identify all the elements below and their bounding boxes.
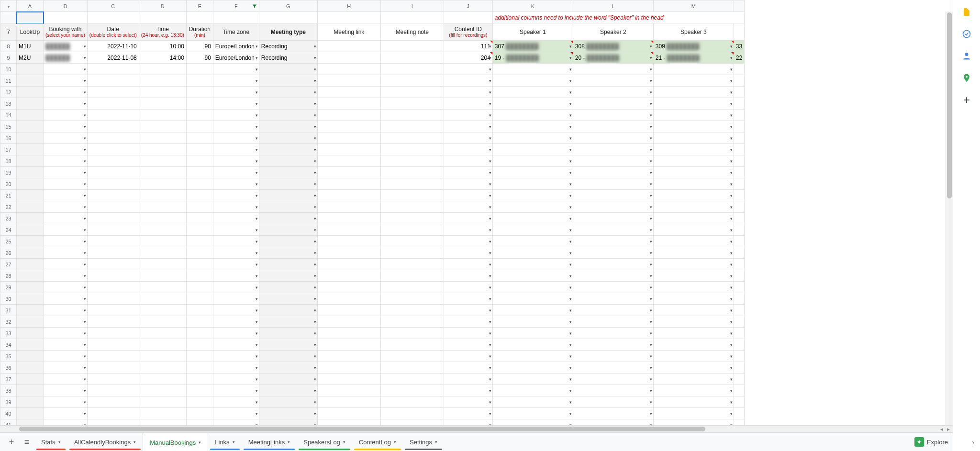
column-header[interactable]: F (213, 0, 259, 12)
dropdown-icon[interactable]: ▾ (730, 182, 733, 187)
note-indicator-icon[interactable] (570, 41, 573, 43)
row-header[interactable]: 27 (0, 259, 17, 270)
meeting-note-cell[interactable] (380, 41, 444, 52)
dropdown-icon[interactable]: ▾ (569, 308, 572, 313)
sheet-tab-menu-icon[interactable]: ▾ (199, 440, 201, 445)
dropdown-icon[interactable]: ▾ (84, 331, 86, 336)
dropdown-icon[interactable]: ▾ (84, 205, 86, 209)
dropdown-icon[interactable]: ▾ (569, 331, 572, 336)
row-header[interactable]: 18 (0, 155, 17, 167)
dropdown-icon[interactable]: ▾ (84, 182, 86, 187)
dropdown-icon[interactable]: ▾ (650, 101, 652, 106)
sheet-tab[interactable]: ContentLog▾ (352, 433, 403, 451)
dropdown-icon[interactable]: ▾ (84, 101, 86, 106)
dropdown-icon[interactable]: ▾ (256, 159, 258, 164)
dropdown-icon[interactable]: ▾ (569, 411, 572, 416)
dropdown-icon[interactable]: ▾ (314, 400, 316, 405)
dropdown-icon[interactable]: ▾ (489, 388, 491, 393)
row-header[interactable]: 14 (0, 110, 17, 121)
row-header[interactable]: 33 (0, 328, 17, 339)
column-title[interactable]: Date(double click to select) (87, 23, 139, 41)
dropdown-icon[interactable]: ▾ (569, 262, 572, 267)
column-header[interactable]: E (186, 0, 213, 12)
row-header[interactable]: 13 (0, 98, 17, 110)
dropdown-icon[interactable]: ▾ (489, 205, 491, 209)
dropdown-icon[interactable]: ▾ (256, 193, 258, 198)
dropdown-icon[interactable]: ▾ (84, 388, 86, 393)
dropdown-icon[interactable]: ▾ (730, 319, 733, 324)
dropdown-icon[interactable]: ▾ (256, 136, 258, 141)
dropdown-icon[interactable]: ▾ (84, 262, 86, 267)
dropdown-icon[interactable]: ▾ (314, 411, 316, 416)
row-header[interactable]: 16 (0, 132, 17, 144)
dropdown-icon[interactable]: ▾ (489, 101, 491, 106)
column-header[interactable]: K (492, 0, 573, 12)
addons-plus-icon[interactable]: + (961, 95, 972, 105)
dropdown-icon[interactable]: ▾ (256, 124, 258, 129)
sheet-tab-menu-icon[interactable]: ▾ (134, 440, 136, 444)
dropdown-icon[interactable]: ▾ (314, 67, 316, 72)
dropdown-icon[interactable]: ▾ (730, 411, 733, 416)
dropdown-icon[interactable]: ▾ (84, 55, 86, 60)
dropdown-icon[interactable]: ▾ (314, 136, 316, 141)
dropdown-icon[interactable]: ▾ (489, 239, 491, 244)
dropdown-icon[interactable]: ▾ (314, 90, 316, 95)
dropdown-icon[interactable]: ▾ (730, 297, 733, 301)
row-header[interactable]: 36 (0, 362, 17, 374)
dropdown-icon[interactable]: ▾ (84, 113, 86, 118)
add-sheet-button[interactable]: + (4, 435, 19, 449)
booking-cell[interactable]: ██████▾ (44, 52, 88, 64)
sheet-tab[interactable]: Links▾ (208, 433, 241, 451)
dropdown-icon[interactable]: ▾ (84, 377, 86, 382)
timezone-cell[interactable]: Europe/London▾ (213, 52, 259, 64)
explore-button[interactable]: ✦ Explore (914, 437, 948, 447)
dropdown-icon[interactable]: ▾ (650, 377, 652, 382)
row-header[interactable]: 30 (0, 293, 17, 305)
dropdown-icon[interactable]: ▾ (489, 400, 491, 405)
column-header[interactable]: A (17, 0, 44, 12)
dropdown-icon[interactable]: ▾ (489, 44, 491, 49)
dropdown-icon[interactable]: ▾ (730, 124, 733, 129)
collapse-sidepanel-icon[interactable]: › (972, 439, 974, 446)
tasks-icon[interactable] (961, 29, 972, 39)
dropdown-icon[interactable]: ▾ (314, 113, 316, 118)
column-title[interactable]: Meeting link (317, 23, 380, 41)
row-header[interactable]: 31 (0, 305, 17, 316)
dropdown-icon[interactable]: ▾ (650, 262, 652, 267)
dropdown-icon[interactable]: ▾ (489, 331, 491, 336)
duration-cell[interactable]: 90 (186, 52, 213, 64)
meeting-type-cell[interactable]: Recording▾ (259, 41, 317, 52)
speaker-cell[interactable]: 19 - ████████▾ (492, 52, 573, 64)
column-header[interactable]: H (317, 0, 380, 12)
column-title[interactable]: Meeting note (380, 23, 444, 41)
row-header[interactable]: 7 (0, 23, 17, 41)
dropdown-icon[interactable]: ▾ (84, 400, 86, 405)
dropdown-icon[interactable]: ▾ (730, 159, 733, 164)
dropdown-icon[interactable]: ▾ (314, 251, 316, 255)
dropdown-icon[interactable]: ▾ (489, 182, 491, 187)
row-header[interactable]: 12 (0, 87, 17, 98)
dropdown-icon[interactable]: ▾ (256, 147, 258, 152)
row-header[interactable]: 24 (0, 224, 17, 236)
dropdown-icon[interactable]: ▾ (314, 159, 316, 164)
dropdown-icon[interactable]: ▾ (730, 388, 733, 393)
dropdown-icon[interactable]: ▾ (314, 239, 316, 244)
booking-cell[interactable]: ██████▾ (44, 41, 88, 52)
dropdown-icon[interactable]: ▾ (569, 90, 572, 95)
dropdown-icon[interactable]: ▾ (650, 365, 652, 370)
dropdown-icon[interactable]: ▾ (569, 354, 572, 359)
dropdown-icon[interactable]: ▾ (730, 147, 733, 152)
dropdown-icon[interactable]: ▾ (730, 377, 733, 382)
dropdown-icon[interactable]: ▾ (650, 67, 652, 72)
dropdown-icon[interactable]: ▾ (256, 170, 258, 175)
dropdown-icon[interactable]: ▾ (569, 319, 572, 324)
dropdown-icon[interactable]: ▾ (569, 55, 572, 60)
row-header[interactable]: 29 (0, 282, 17, 293)
dropdown-icon[interactable]: ▾ (569, 239, 572, 244)
dropdown-icon[interactable]: ▾ (730, 205, 733, 209)
dropdown-icon[interactable]: ▾ (650, 354, 652, 359)
content-id-cell[interactable]: 204▾ (444, 52, 492, 64)
dropdown-icon[interactable]: ▾ (256, 377, 258, 382)
dropdown-icon[interactable]: ▾ (489, 216, 491, 221)
dropdown-icon[interactable]: ▾ (256, 205, 258, 209)
